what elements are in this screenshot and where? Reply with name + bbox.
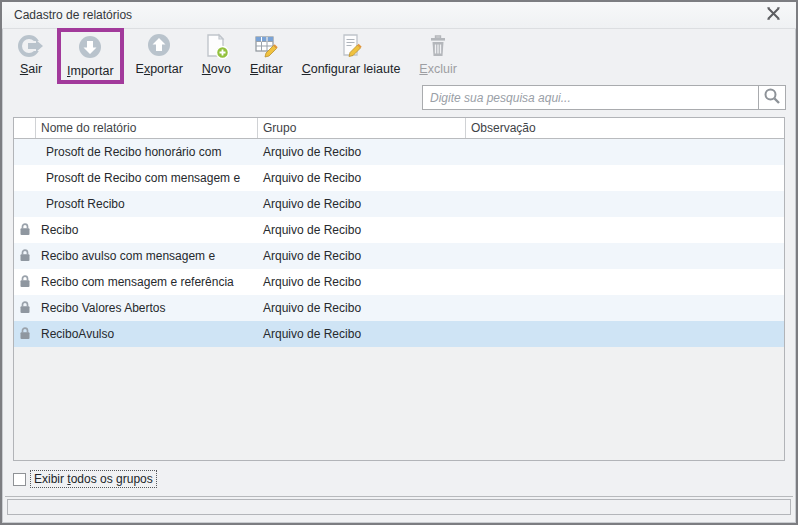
table-row[interactable]: Prosoft de Recibo com mensagem eArquivo … bbox=[14, 165, 784, 191]
table-body: Prosoft de Recibo honorário comArquivo d… bbox=[14, 139, 784, 460]
configurar-leiaute-button[interactable]: Configurar leiaute bbox=[299, 31, 404, 77]
report-name-cell: ReciboAvulso bbox=[36, 327, 258, 341]
configurar-leiaute-label: Configurar leiaute bbox=[302, 62, 401, 76]
table-edit-icon bbox=[252, 32, 280, 60]
group-cell: Arquivo de Recibo bbox=[258, 145, 466, 159]
table-row[interactable]: Prosoft ReciboArquivo de Recibo bbox=[14, 191, 784, 217]
group-cell: Arquivo de Recibo bbox=[258, 327, 466, 341]
sair-button[interactable]: Sair bbox=[14, 31, 48, 77]
table-row[interactable]: Recibo Valores AbertosArquivo de Recibo bbox=[14, 295, 784, 321]
importar-label: Importar bbox=[67, 64, 114, 78]
lock-cell bbox=[14, 274, 36, 291]
padlock-icon bbox=[19, 222, 31, 239]
lock-cell bbox=[14, 222, 36, 239]
group-cell: Arquivo de Recibo bbox=[258, 275, 466, 289]
group-cell: Arquivo de Recibo bbox=[258, 171, 466, 185]
table-row[interactable]: ReciboArquivo de Recibo bbox=[14, 217, 784, 243]
report-name-cell: Recibo bbox=[36, 223, 258, 237]
report-name-cell: Prosoft de Recibo honorário com bbox=[36, 145, 258, 159]
close-icon bbox=[766, 6, 781, 24]
lock-cell bbox=[14, 300, 36, 317]
report-name-cell: Recibo com mensagem e referência bbox=[36, 275, 258, 289]
title-bar: Cadastro de relatórios bbox=[2, 2, 796, 29]
novo-button[interactable]: Novo bbox=[199, 31, 234, 77]
report-name-cell: Recibo Valores Abertos bbox=[36, 301, 258, 315]
exibir-todos-label[interactable]: Exibir todos os grupos bbox=[31, 471, 156, 487]
footer-divider bbox=[5, 496, 793, 497]
padlock-icon bbox=[19, 326, 31, 343]
report-name-cell: Prosoft de Recibo com mensagem e bbox=[36, 171, 258, 185]
table-row[interactable]: ReciboAvulsoArquivo de Recibo bbox=[14, 321, 784, 347]
editar-button[interactable]: Editar bbox=[247, 31, 286, 77]
new-document-icon bbox=[202, 32, 230, 60]
excluir-label: Excluir bbox=[419, 62, 457, 76]
sair-label: Sair bbox=[20, 62, 42, 76]
group-cell: Arquivo de Recibo bbox=[258, 223, 466, 237]
padlock-icon bbox=[19, 274, 31, 291]
group-cell: Arquivo de Recibo bbox=[258, 301, 466, 315]
lock-cell bbox=[14, 248, 36, 265]
exportar-label: Exportar bbox=[136, 62, 183, 76]
column-header-lock[interactable] bbox=[14, 118, 36, 138]
exportar-button[interactable]: Exportar bbox=[133, 31, 186, 77]
column-header-observacao[interactable]: Observação bbox=[466, 118, 784, 138]
table-row[interactable]: Prosoft de Recibo honorário comArquivo d… bbox=[14, 139, 784, 165]
novo-label: Novo bbox=[202, 62, 231, 76]
padlock-icon bbox=[19, 300, 31, 317]
document-edit-icon bbox=[337, 32, 365, 60]
report-name-cell: Recibo avulso com mensagem e bbox=[36, 249, 258, 263]
lock-cell bbox=[14, 326, 36, 343]
close-button[interactable] bbox=[762, 5, 784, 25]
table-row[interactable]: Recibo avulso com mensagem eArquivo de R… bbox=[14, 243, 784, 269]
group-cell: Arquivo de Recibo bbox=[258, 197, 466, 211]
download-circle-icon bbox=[76, 34, 104, 62]
magnifier-icon bbox=[763, 87, 781, 109]
excluir-button: Excluir bbox=[416, 31, 460, 77]
trash-icon bbox=[424, 32, 452, 60]
padlock-icon bbox=[19, 248, 31, 265]
search-box bbox=[422, 85, 786, 110]
column-header-nome[interactable]: Nome do relatório bbox=[36, 118, 258, 138]
table-row[interactable]: Recibo com mensagem e referênciaArquivo … bbox=[14, 269, 784, 295]
importar-button[interactable]: Importar bbox=[57, 28, 124, 84]
group-cell: Arquivo de Recibo bbox=[258, 249, 466, 263]
toolbar: Sair Importar Exportar bbox=[14, 31, 784, 87]
column-header-grupo[interactable]: Grupo bbox=[258, 118, 466, 138]
exibir-todos-checkbox[interactable] bbox=[13, 473, 26, 486]
cadastro-de-relatorios-dialog: Cadastro de relatórios Sair bbox=[0, 0, 798, 525]
report-name-cell: Prosoft Recibo bbox=[36, 197, 258, 211]
editar-label: Editar bbox=[250, 62, 283, 76]
footer-check-row: Exibir todos os grupos bbox=[13, 471, 156, 487]
exit-circle-icon bbox=[17, 32, 45, 60]
window-title: Cadastro de relatórios bbox=[14, 8, 132, 22]
search-button[interactable] bbox=[758, 86, 785, 109]
reports-table: Nome do relatório Grupo Observação Proso… bbox=[13, 117, 785, 461]
search-input[interactable] bbox=[423, 86, 758, 109]
table-header: Nome do relatório Grupo Observação bbox=[14, 118, 784, 139]
upload-circle-icon bbox=[145, 32, 173, 60]
status-bar bbox=[7, 499, 791, 515]
